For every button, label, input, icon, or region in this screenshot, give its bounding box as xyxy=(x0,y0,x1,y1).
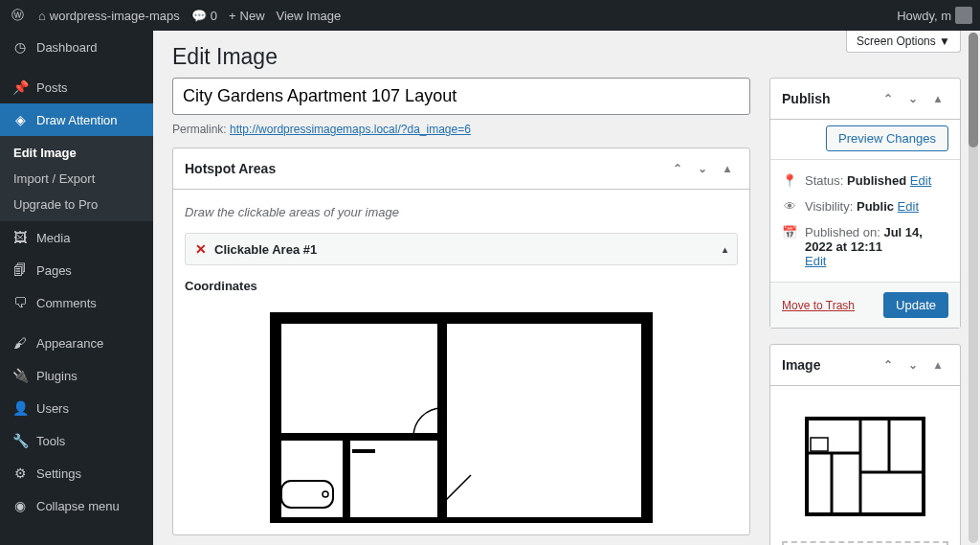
permalink-link[interactable]: http://wordpressimagemaps.local/?da_imag… xyxy=(230,123,471,136)
comments-link[interactable]: 💬0 xyxy=(191,9,217,23)
sidebar-item-comments[interactable]: 🗨Comments xyxy=(0,286,153,319)
sidebar-item-media[interactable]: 🖾Media xyxy=(0,221,153,254)
account-menu[interactable]: Howdy, m xyxy=(897,7,972,24)
calendar-icon: 📅 xyxy=(782,225,797,239)
visibility-icon: 👁 xyxy=(782,199,797,214)
remove-area-icon[interactable]: ✕ xyxy=(195,241,207,257)
content-area: Screen Options ▼ Edit Image Permalink: h… xyxy=(153,31,980,545)
hotspot-areas-box: Hotspot Areas ⌃ ⌄ ▴ Draw the clickable a… xyxy=(172,148,750,535)
site-home-link[interactable]: ⌂wordpress-image-maps xyxy=(38,9,180,23)
handle-up-icon[interactable]: ⌃ xyxy=(878,354,899,375)
comments-icon: 🗨 xyxy=(11,294,29,311)
submenu-edit-image[interactable]: Edit Image xyxy=(0,140,153,166)
sidebar-item-plugins[interactable]: 🔌Plugins xyxy=(0,359,153,392)
publish-box-title: Publish xyxy=(782,91,831,106)
sidebar-item-appearance[interactable]: 🖌Appearance xyxy=(0,327,153,359)
edit-date-link[interactable]: Edit xyxy=(805,254,826,268)
sidebar-item-pages[interactable]: 🗐Pages xyxy=(0,254,153,286)
pin-icon: 📌 xyxy=(11,79,29,96)
key-icon: 📍 xyxy=(782,173,797,188)
update-button[interactable]: Update xyxy=(883,292,948,318)
media-icon: 🖾 xyxy=(11,229,29,246)
submenu-draw-attention: Edit Image Import / Export Upgrade to Pr… xyxy=(0,136,153,221)
submenu-upgrade[interactable]: Upgrade to Pro xyxy=(0,192,153,217)
page-title: Edit Image xyxy=(172,31,961,78)
handle-down-icon[interactable]: ⌄ xyxy=(692,158,713,179)
handle-toggle-icon[interactable]: ▴ xyxy=(927,88,948,109)
hotspot-hint: Draw the clickable areas of your image xyxy=(185,201,738,233)
collapse-icon: ◉ xyxy=(11,497,29,514)
handle-up-icon[interactable]: ⌃ xyxy=(878,88,899,109)
image-box: Image ⌃ ⌄ ▴ xyxy=(769,344,961,545)
permalink-row: Permalink: http://wordpressimagemaps.loc… xyxy=(172,115,750,148)
handle-down-icon[interactable]: ⌄ xyxy=(902,354,924,375)
sidebar-item-settings[interactable]: ⚙Settings xyxy=(0,457,153,489)
view-image-link[interactable]: View Image xyxy=(277,9,342,23)
new-content-link[interactable]: +New xyxy=(229,9,265,23)
image-dropzone[interactable]: Drop image here or xyxy=(782,541,948,545)
settings-icon: ⚙ xyxy=(11,465,29,482)
post-title-input[interactable] xyxy=(172,78,750,115)
handle-up-icon[interactable]: ⌃ xyxy=(667,158,688,179)
edit-status-link[interactable]: Edit xyxy=(910,173,931,188)
image-thumbnail[interactable] xyxy=(782,397,948,541)
floorplan-canvas[interactable] xyxy=(185,303,738,523)
tools-icon: 🔧 xyxy=(11,432,29,449)
sidebar-item-tools[interactable]: 🔧Tools xyxy=(0,424,153,457)
users-icon: 👤 xyxy=(11,399,29,417)
admin-sidebar: ◷Dashboard 📌Posts ◈Draw Attention Edit I… xyxy=(0,31,153,545)
wp-logo[interactable]: ⓦ xyxy=(8,6,27,25)
submenu-import-export[interactable]: Import / Export xyxy=(0,166,153,192)
sidebar-item-posts[interactable]: 📌Posts xyxy=(0,71,153,103)
image-box-title: Image xyxy=(782,357,820,373)
screen-options-toggle[interactable]: Screen Options ▼ xyxy=(846,31,961,53)
sidebar-collapse[interactable]: ◉Collapse menu xyxy=(0,489,153,522)
admin-toolbar: ⓦ ⌂wordpress-image-maps 💬0 +New View Ima… xyxy=(0,0,980,31)
appearance-icon: 🖌 xyxy=(11,334,29,352)
coordinates-label: Coordinates xyxy=(185,275,738,303)
draw-attention-icon: ◈ xyxy=(11,111,29,128)
preview-changes-button[interactable]: Preview Changes xyxy=(826,125,948,151)
svg-rect-7 xyxy=(807,419,924,514)
move-to-trash-link[interactable]: Move to Trash xyxy=(782,299,855,312)
handle-toggle-icon[interactable]: ▴ xyxy=(717,158,738,179)
sidebar-item-draw-attention[interactable]: ◈Draw Attention xyxy=(0,103,153,136)
clickable-area-header[interactable]: ✕ Clickable Area #1 ▴ xyxy=(185,233,738,265)
dashboard-icon: ◷ xyxy=(11,38,29,56)
handle-toggle-icon[interactable]: ▴ xyxy=(927,354,948,375)
publish-box: Publish ⌃ ⌄ ▴ Preview Changes 📍 xyxy=(769,78,961,329)
hotspot-box-title: Hotspot Areas xyxy=(185,161,276,176)
avatar xyxy=(955,7,972,24)
plugins-icon: 🔌 xyxy=(11,367,29,384)
edit-visibility-link[interactable]: Edit xyxy=(898,199,919,214)
sidebar-item-dashboard[interactable]: ◷Dashboard xyxy=(0,31,153,63)
scrollbar[interactable] xyxy=(969,33,978,543)
sidebar-item-users[interactable]: 👤Users xyxy=(0,392,153,424)
handle-down-icon[interactable]: ⌄ xyxy=(902,88,924,109)
pages-icon: 🗐 xyxy=(11,261,29,279)
collapse-area-icon[interactable]: ▴ xyxy=(723,244,727,255)
svg-rect-0 xyxy=(276,318,647,523)
